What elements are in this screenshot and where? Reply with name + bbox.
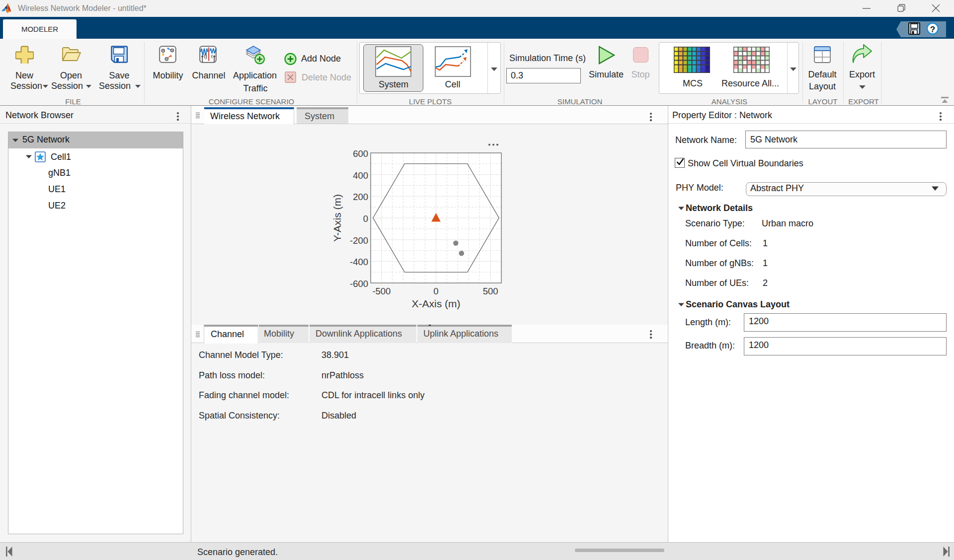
svg-text:500: 500 [483,286,498,296]
svg-text:Y-Axis (m): Y-Axis (m) [331,194,343,242]
svg-text:600: 600 [353,148,368,159]
svg-text:?: ? [930,25,935,34]
svg-text:-600: -600 [350,279,368,289]
svg-text:0: 0 [433,286,438,296]
svg-text:0: 0 [363,213,368,224]
svg-text:-500: -500 [372,286,391,296]
svg-text:-400: -400 [350,257,368,267]
svg-text:-200: -200 [350,235,368,246]
svg-text:400: 400 [353,170,368,181]
svg-text:X-Axis (m): X-Axis (m) [412,298,461,309]
svg-text:200: 200 [353,192,368,202]
